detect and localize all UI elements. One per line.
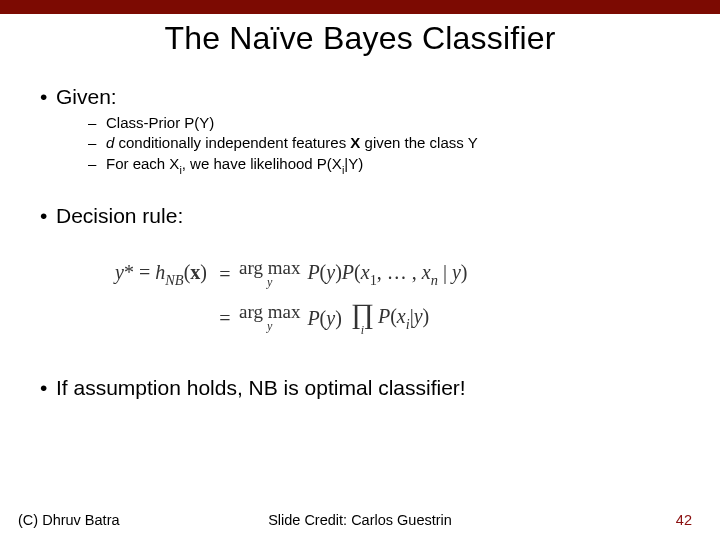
footer-credit: Slide Credit: Carlos Guestrin bbox=[268, 512, 452, 528]
bullet-optimal: • If assumption holds, NB is optimal cla… bbox=[34, 376, 686, 400]
equation-row-2: = arg max y P(y) ∏ i P(xi|y) bbox=[86, 296, 686, 340]
bullet-dot: • bbox=[34, 204, 56, 228]
eq-rhs-2-py: P(y) bbox=[302, 307, 346, 330]
bullet-optimal-label: If assumption holds, NB is optimal class… bbox=[56, 376, 466, 400]
sub-bullet-text: For each Xi, we have likelihood P(Xi|Y) bbox=[106, 154, 363, 177]
eq-lhs: y* = hNB(x) bbox=[86, 261, 213, 288]
sub-bullet: – For each Xi, we have likelihood P(Xi|Y… bbox=[88, 154, 686, 177]
accent-bar bbox=[0, 0, 720, 14]
eq-rhs-2-pxi: P(xi|y) bbox=[378, 305, 429, 332]
eq-equals: = bbox=[213, 263, 237, 286]
bullet-decision: • Decision rule: bbox=[34, 204, 686, 228]
footer-page-number: 42 bbox=[676, 512, 692, 528]
argmax: arg max y bbox=[237, 259, 302, 288]
product-symbol: ∏ i bbox=[349, 301, 376, 336]
bullet-dot: • bbox=[34, 376, 56, 400]
equation-row-1: y* = hNB(x) = arg max y P(y)P(x1, … , xn… bbox=[86, 252, 686, 296]
bullet-given-label: Given: bbox=[56, 85, 117, 109]
bullet-dot: • bbox=[34, 85, 56, 109]
sub-bullets-given: – Class-Prior P(Y) – d conditionally ind… bbox=[88, 113, 686, 176]
slide-title: The Naïve Bayes Classifier bbox=[0, 20, 720, 57]
equation-block: y* = hNB(x) = arg max y P(y)P(x1, … , xn… bbox=[86, 252, 686, 340]
eq-rhs-2: arg max y P(y) ∏ i P(xi|y) bbox=[237, 301, 429, 336]
bullet-given: • Given: bbox=[34, 85, 686, 109]
argmax: arg max y bbox=[237, 303, 302, 332]
dash-icon: – bbox=[88, 113, 106, 133]
sub-bullet-text: Class-Prior P(Y) bbox=[106, 113, 214, 133]
bullet-decision-label: Decision rule: bbox=[56, 204, 183, 228]
dash-icon: – bbox=[88, 133, 106, 153]
eq-equals: = bbox=[213, 307, 237, 330]
slide: The Naïve Bayes Classifier • Given: – Cl… bbox=[0, 0, 720, 540]
sub-bullet-text: d conditionally independent features X g… bbox=[106, 133, 478, 153]
sub-bullet: – Class-Prior P(Y) bbox=[88, 113, 686, 133]
sub-bullet: – d conditionally independent features X… bbox=[88, 133, 686, 153]
footer-copyright: (C) Dhruv Batra bbox=[18, 512, 120, 528]
footer: (C) Dhruv Batra Slide Credit: Carlos Gue… bbox=[0, 512, 720, 528]
eq-rhs-1: arg max y P(y)P(x1, … , xn | y) bbox=[237, 259, 468, 288]
eq-rhs-1-body: P(y)P(x1, … , xn | y) bbox=[302, 261, 467, 288]
content-area: • Given: – Class-Prior P(Y) – d conditio… bbox=[0, 57, 720, 400]
dash-icon: – bbox=[88, 154, 106, 174]
